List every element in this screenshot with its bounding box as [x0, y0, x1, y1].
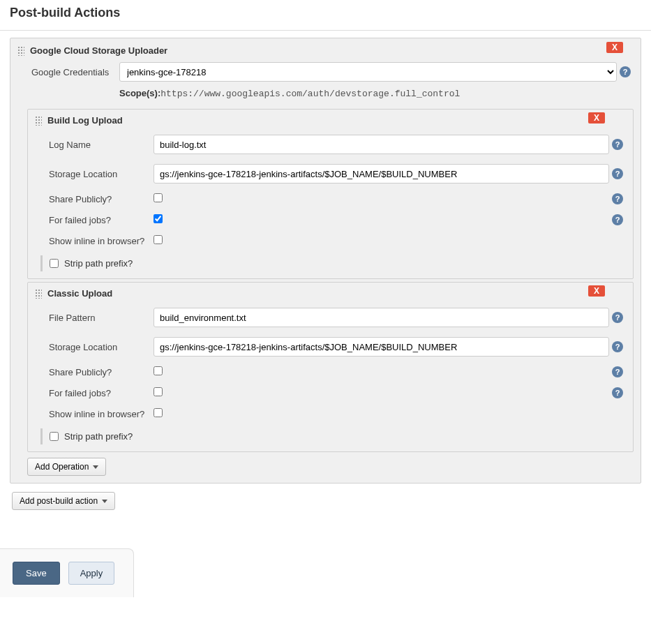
- log-name-label: Log Name: [49, 140, 154, 150]
- show-inline-checkbox[interactable]: [154, 408, 163, 417]
- share-label: Share Publicly?: [49, 367, 154, 377]
- show-inline-checkbox[interactable]: [154, 235, 163, 244]
- scopes-value: https://www.googleapis.com/auth/devstora…: [160, 89, 460, 99]
- delete-build-log-button[interactable]: X: [588, 112, 605, 123]
- log-name-input[interactable]: [154, 135, 609, 154]
- chevron-down-icon: [93, 465, 98, 469]
- save-button[interactable]: Save: [13, 562, 60, 585]
- add-operation-button[interactable]: Add Operation: [27, 458, 106, 476]
- footer-bar: Save Apply: [0, 548, 134, 597]
- help-icon[interactable]: ?: [612, 341, 623, 352]
- inline-label: Show inline in browser?: [49, 236, 154, 246]
- drag-handle-icon[interactable]: [17, 46, 24, 56]
- file-pattern-label: File Pattern: [49, 313, 154, 323]
- inline-label: Show inline in browser?: [49, 409, 154, 419]
- credentials-label: Google Credentials: [31, 67, 119, 77]
- storage-label: Storage Location: [49, 169, 154, 179]
- help-icon[interactable]: ?: [620, 66, 631, 77]
- delete-uploader-button[interactable]: X: [606, 42, 623, 53]
- add-post-build-action-button[interactable]: Add post-build action: [12, 492, 115, 510]
- help-icon[interactable]: ?: [612, 139, 623, 150]
- page-title: Post-build Actions: [0, 0, 651, 31]
- strip-path-checkbox[interactable]: [50, 259, 59, 268]
- drag-handle-icon[interactable]: [35, 116, 42, 126]
- help-icon[interactable]: ?: [612, 214, 623, 225]
- help-icon[interactable]: ?: [612, 168, 623, 179]
- storage-location-input[interactable]: [154, 337, 609, 357]
- delete-classic-button[interactable]: X: [588, 285, 605, 297]
- uploader-title: Google Cloud Storage Uploader: [30, 45, 167, 56]
- scopes-row: Scope(s):https://www.googleapis.com/auth…: [119, 84, 634, 106]
- build-log-upload-section: X Build Log Upload Log Name ? Storage Lo…: [27, 109, 634, 279]
- credentials-select[interactable]: jenkins-gce-178218: [119, 62, 617, 82]
- help-icon[interactable]: ?: [612, 387, 623, 398]
- chevron-down-icon: [102, 500, 107, 503]
- storage-label: Storage Location: [49, 342, 154, 352]
- classic-title: Classic Upload: [47, 288, 112, 299]
- help-icon[interactable]: ?: [612, 366, 623, 377]
- failed-label: For failed jobs?: [49, 388, 154, 398]
- help-icon[interactable]: ?: [612, 312, 623, 323]
- file-pattern-input[interactable]: [154, 308, 609, 327]
- share-label: Share Publicly?: [49, 194, 154, 204]
- gcs-uploader-section: X Google Cloud Storage Uploader Google C…: [10, 38, 641, 484]
- help-icon[interactable]: ?: [612, 193, 623, 204]
- for-failed-jobs-checkbox[interactable]: [154, 387, 163, 396]
- strip-path-checkbox[interactable]: [50, 432, 59, 441]
- for-failed-jobs-checkbox[interactable]: [154, 214, 163, 223]
- strip-path-label: Strip path prefix?: [64, 258, 133, 269]
- drag-handle-icon[interactable]: [35, 289, 42, 299]
- share-publicly-checkbox[interactable]: [154, 193, 163, 202]
- classic-upload-section: X Classic Upload File Pattern ? Storage …: [27, 282, 634, 452]
- failed-label: For failed jobs?: [49, 215, 154, 225]
- share-publicly-checkbox[interactable]: [154, 366, 163, 375]
- storage-location-input[interactable]: [154, 164, 609, 184]
- strip-path-label: Strip path prefix?: [64, 431, 133, 442]
- build-log-title: Build Log Upload: [47, 115, 123, 126]
- apply-button[interactable]: Apply: [68, 562, 115, 585]
- scopes-label: Scope(s):: [119, 88, 160, 98]
